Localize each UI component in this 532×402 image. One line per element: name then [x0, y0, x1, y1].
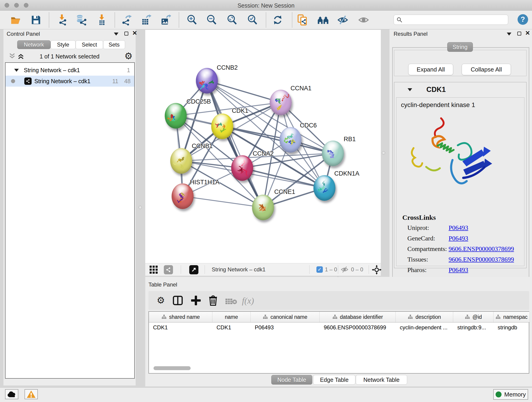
column-header-database-identifier[interactable]: database identifier: [320, 312, 396, 322]
network-node-cdk1[interactable]: [211, 114, 233, 139]
memory-label: Memory: [504, 391, 526, 398]
network-node-cdc6[interactable]: [279, 127, 302, 153]
node-shine: [326, 142, 340, 151]
network-node-ccnb1[interactable]: [170, 148, 192, 174]
crosslink-link[interactable]: P06493: [449, 235, 468, 242]
network-canvas[interactable]: CCNB2CCNA1CDC25BCDK1CDC6RB1CCNB1CCNA2CDK…: [145, 30, 381, 263]
table-cell[interactable]: CDK1: [149, 322, 212, 332]
network-node-cdc25b[interactable]: [165, 103, 187, 128]
zoom-selected-button[interactable]: [246, 14, 259, 26]
tab-style[interactable]: Style: [51, 40, 76, 49]
function-builder-icon[interactable]: f(x): [242, 296, 254, 306]
right-splitter-handle[interactable]: [382, 151, 385, 154]
results-panel-float-icon[interactable]: [517, 32, 521, 36]
hidden-node-edge-counts: 0 – 0: [351, 266, 363, 273]
refresh-button[interactable]: [272, 14, 284, 26]
tab-network-table[interactable]: Network Table: [356, 375, 407, 385]
tab-edge-table[interactable]: Edge Table: [313, 375, 355, 385]
zoom-out-button[interactable]: [206, 14, 218, 26]
column-header-shared-name[interactable]: shared name: [149, 312, 212, 322]
tab-sets[interactable]: Sets: [103, 40, 125, 49]
crosslink-link[interactable]: 9606.ENSP00000378699: [449, 245, 514, 253]
add-column-icon[interactable]: [191, 296, 201, 306]
node-label-ccne1: CCNE1: [274, 188, 295, 196]
search-input[interactable]: [404, 15, 507, 25]
network-node-cdkn1a[interactable]: [313, 175, 336, 201]
network-row[interactable]: String Network – cdk1 11 48: [6, 76, 134, 87]
control-panel-float-icon[interactable]: [124, 32, 128, 36]
column-header-canonical-name[interactable]: canonical name: [251, 312, 320, 322]
grid-view-icon[interactable]: [149, 265, 158, 276]
help-button[interactable]: ?: [518, 14, 528, 25]
column-header-namespac[interactable]: namespac: [494, 312, 530, 322]
tab-node-table[interactable]: Node Table: [271, 375, 312, 385]
status-separator: [369, 265, 369, 274]
table-options-gear-icon[interactable]: ⚙: [157, 296, 165, 305]
new-network-from-selection-button[interactable]: [297, 14, 309, 26]
import-network-from-database-button[interactable]: [75, 14, 88, 26]
tab-network[interactable]: Network: [17, 40, 51, 49]
crosslink-link[interactable]: P06493: [449, 224, 468, 231]
results-panel-close-icon[interactable]: ✕: [525, 31, 530, 35]
network-node-ccna2[interactable]: [231, 155, 253, 181]
delete-table-icon[interactable]: [225, 298, 237, 306]
crosslink-link[interactable]: P06493: [449, 266, 468, 274]
window-title: Session: New Session: [0, 2, 532, 9]
show-all-button[interactable]: [357, 14, 370, 26]
import-network-from-file-button[interactable]: [56, 14, 68, 26]
hide-selection-button[interactable]: [336, 14, 349, 26]
control-panel-close-icon[interactable]: ✕: [132, 31, 137, 35]
fit-crosshair-icon[interactable]: [372, 265, 381, 276]
export-image-button[interactable]: [159, 14, 172, 26]
network-node-ccna1[interactable]: [270, 89, 292, 115]
delete-column-trash-icon[interactable]: [209, 295, 218, 307]
zoom-in-button[interactable]: [186, 14, 198, 26]
collapse-all-button[interactable]: Collapse All: [462, 64, 511, 75]
network-node-ccnb2[interactable]: [196, 68, 218, 94]
expand-all-button[interactable]: Expand All: [408, 64, 453, 75]
cloud-status-button[interactable]: [5, 389, 18, 399]
birdseye-view-icon[interactable]: [189, 265, 198, 274]
table-cell[interactable]: stringdb:9...: [453, 322, 494, 332]
network-node-ccne1[interactable]: [252, 195, 274, 220]
selected-checkbox-icon[interactable]: ✓: [317, 266, 323, 273]
node-table[interactable]: shared namenamecanonical namedatabase id…: [148, 311, 529, 374]
network-view-icon[interactable]: [164, 265, 173, 274]
network-collection-row[interactable]: String Network – cdk1 1: [6, 65, 134, 76]
export-network-button[interactable]: [120, 14, 133, 26]
toolbar-separator: [292, 12, 292, 27]
column-header--id[interactable]: @id: [453, 312, 494, 322]
network-node-rb1[interactable]: [322, 140, 344, 166]
table-columns-icon[interactable]: [173, 296, 183, 306]
left-splitter-handle[interactable]: [139, 206, 142, 209]
memory-button[interactable]: Memory: [493, 389, 528, 400]
main-toolbar: ?: [0, 11, 532, 29]
table-cell[interactable]: 9606.ENSP00000378699: [320, 322, 396, 332]
network-options-gear-icon[interactable]: ⚙: [124, 51, 133, 61]
column-header-description[interactable]: description: [396, 312, 453, 322]
export-table-button[interactable]: [140, 14, 152, 26]
protein-details: cyclin-dependent kinase 1 CrossLinks Uni…: [396, 97, 525, 266]
table-cell[interactable]: P06493: [251, 322, 320, 332]
crosslink-link[interactable]: 9606.ENSP00000378699: [449, 256, 514, 263]
table-cell[interactable]: stringdb: [494, 322, 530, 332]
hidden-eye-icon[interactable]: [341, 266, 349, 274]
tab-string[interactable]: String: [447, 42, 473, 52]
table-cell[interactable]: CDK1: [212, 322, 251, 332]
zoom-fit-button[interactable]: [226, 14, 238, 26]
tab-select[interactable]: Select: [76, 40, 103, 49]
collection-expander-icon[interactable]: [14, 69, 19, 72]
results-panel-collapse-icon[interactable]: [507, 32, 511, 36]
protein-section-expander-icon[interactable]: [408, 88, 412, 91]
table-cell[interactable]: cyclin-dependent ...: [396, 322, 453, 332]
first-neighbors-button[interactable]: [317, 14, 329, 26]
node-shine: [169, 104, 183, 114]
table-horizontal-scrollbar[interactable]: [153, 366, 191, 370]
warnings-button[interactable]: [25, 389, 38, 399]
column-header-name[interactable]: name: [212, 312, 251, 322]
save-session-button[interactable]: [30, 14, 42, 26]
network-node-hist1h1a[interactable]: [172, 183, 194, 209]
control-panel-collapse-icon[interactable]: [114, 32, 119, 36]
open-session-button[interactable]: [9, 14, 22, 26]
import-table-from-file-button[interactable]: [95, 14, 108, 26]
